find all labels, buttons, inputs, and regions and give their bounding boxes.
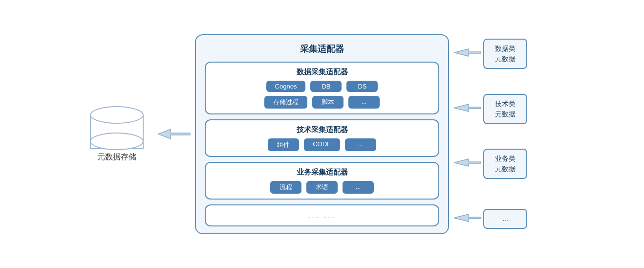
svg-marker-0 <box>158 129 190 139</box>
chip-component: 组件 <box>268 138 299 151</box>
chip-term: 术语 <box>306 181 338 194</box>
data-adapter-row1: Cognos DB DS <box>213 81 431 92</box>
data-adapter-title: 数据采集适配器 <box>213 67 431 77</box>
cylinder-icon <box>90 106 144 150</box>
right-label-2: 业务类 元数据 <box>483 149 527 179</box>
right-arrow-0 <box>449 46 483 61</box>
cylinder-bottom-ellipse <box>90 133 144 150</box>
right-arrow-2 <box>449 156 483 171</box>
right-arrow-3 <box>449 212 483 226</box>
right-label-1: 技术类 元数据 <box>483 94 527 124</box>
svg-marker-3 <box>454 159 481 166</box>
chip-cognos: Cognos <box>266 81 306 92</box>
svg-marker-2 <box>454 104 481 112</box>
right-label-0: 数据类 元数据 <box>483 39 527 69</box>
chip-ds: DS <box>346 81 378 92</box>
main-adapter-box: 采集适配器 数据采集适配器 Cognos DB DS 存储过程 脚本 ... 技… <box>195 34 449 234</box>
chip-more3: ... <box>343 181 374 194</box>
data-adapter-row2: 存储过程 脚本 ... <box>213 96 431 109</box>
right-row-3: ... <box>449 200 527 239</box>
chip-stored-proc: 存储过程 <box>264 96 307 109</box>
biz-adapter-box: 业务采集适配器 流程 术语 ... <box>205 162 439 200</box>
data-adapter-box: 数据采集适配器 Cognos DB DS 存储过程 脚本 ... <box>205 62 439 114</box>
arrow-left <box>156 124 195 144</box>
right-label-3: ... <box>483 209 527 229</box>
biz-adapter-row1: 流程 术语 ... <box>213 181 431 194</box>
right-section: 数据类 元数据 技术类 元数据 业务类 元数据 <box>449 22 566 246</box>
chip-more2: ... <box>345 138 376 151</box>
tech-adapter-row1: 组件 CODE ... <box>213 138 431 151</box>
db-section: 元数据存储 <box>78 106 156 162</box>
db-label: 元数据存储 <box>97 152 136 162</box>
ellipsis-box: ... ... <box>205 204 439 226</box>
main-title: 采集适配器 <box>205 43 439 55</box>
right-row-2: 业务类 元数据 <box>449 144 527 183</box>
right-arrow-1 <box>449 102 483 116</box>
chip-db: DB <box>310 81 342 92</box>
chip-more1: ... <box>348 96 380 109</box>
right-row-0: 数据类 元数据 <box>449 34 527 73</box>
right-row-1: 技术类 元数据 <box>449 89 527 129</box>
svg-marker-4 <box>454 214 481 222</box>
chip-code: CODE <box>304 138 340 151</box>
diagram-container: 元数据存储 采集适配器 数据采集适配器 Cognos DB DS 存储过程 脚本… <box>9 7 635 261</box>
svg-marker-1 <box>454 49 481 56</box>
biz-adapter-title: 业务采集适配器 <box>213 168 431 177</box>
tech-adapter-title: 技术采集适配器 <box>213 125 431 134</box>
cylinder-top <box>90 106 144 124</box>
chip-script: 脚本 <box>312 96 343 109</box>
tech-adapter-box: 技术采集适配器 组件 CODE ... <box>205 119 439 157</box>
chip-process: 流程 <box>270 181 301 194</box>
